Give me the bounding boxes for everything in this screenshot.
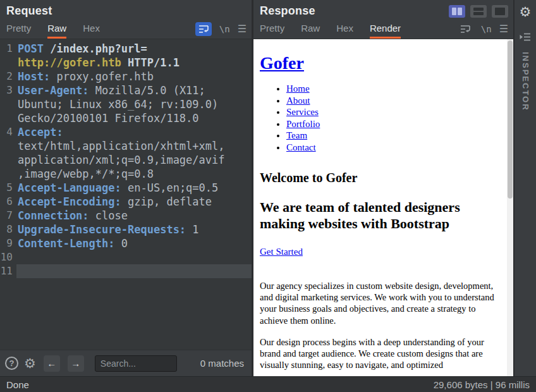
line-number: 6	[0, 195, 16, 209]
tab-raw[interactable]: Raw	[47, 19, 66, 39]
request-search-bar: ? ⚙ ← → 0 matches	[0, 350, 252, 376]
request-editor[interactable]: 1POST /index.php?url=http://gofer.htb HT…	[0, 39, 252, 350]
line-number: 2	[0, 70, 16, 83]
nav-link-about[interactable]: About	[286, 95, 310, 106]
tab-hex[interactable]: Hex	[83, 19, 100, 39]
search-prev-button[interactable]: ←	[44, 355, 60, 372]
request-line: 4Accept: text/html,application/xhtml+xml…	[0, 125, 252, 181]
site-title-link[interactable]: Gofer	[260, 53, 304, 73]
line-number: 8	[0, 223, 16, 236]
request-title: Request	[6, 4, 52, 18]
status-text: Done	[6, 379, 29, 390]
line-number: 10	[0, 250, 16, 264]
line-content[interactable]: Content-Length: 0	[16, 236, 252, 250]
nav-item: Home	[286, 83, 499, 94]
line-content[interactable]: Accept-Encoding: gzip, deflate	[16, 195, 252, 209]
request-editor-tools: \n ☰	[195, 19, 247, 39]
request-tabs: PrettyRawHex	[6, 19, 116, 39]
nav-item: About	[286, 95, 499, 106]
line-number: 9	[0, 236, 16, 250]
tab-pretty[interactable]: Pretty	[260, 19, 284, 39]
response-title: Response	[260, 4, 315, 18]
response-tabs: PrettyRawHexRender	[260, 19, 417, 39]
status-bar: Done 29,606 bytes | 96 millis	[0, 376, 536, 392]
tagline-heading: We are team of talented designers making…	[260, 199, 499, 233]
layout-columns-button[interactable]	[449, 5, 465, 18]
columns-icon	[452, 8, 456, 15]
line-number: 11	[0, 264, 16, 278]
tab-render[interactable]: Render	[370, 19, 401, 39]
nav-item: Services	[286, 107, 499, 118]
newline-visibility-icon[interactable]: \n	[219, 24, 230, 34]
layout-single-button[interactable]	[492, 5, 508, 18]
render-scrollbar[interactable]	[507, 39, 513, 376]
settings-gear-icon[interactable]: ⚙	[520, 5, 532, 18]
line-content[interactable]	[16, 250, 252, 264]
layout-rows-button[interactable]	[470, 5, 487, 18]
search-input[interactable]	[95, 355, 177, 372]
line-content[interactable]: User-Agent: Mozilla/5.0 (X11; Ubuntu; Li…	[16, 83, 252, 125]
newline-visibility-icon[interactable]: \n	[481, 24, 492, 34]
line-number: 1	[0, 42, 16, 70]
nav-link-portfolio[interactable]: Portfolio	[286, 119, 320, 129]
request-line: 11	[0, 264, 252, 278]
line-number: 3	[0, 83, 16, 125]
main-area: Request PrettyRawHex \n ☰	[0, 0, 536, 376]
request-line: 10	[0, 250, 252, 264]
site-title: Gofer	[260, 53, 499, 73]
inspector-expand-icon[interactable]	[520, 32, 531, 42]
nav-link-contact[interactable]: Contact	[286, 142, 316, 152]
line-content[interactable]	[16, 264, 252, 278]
render-paragraph: Our design process begins with a deep un…	[260, 336, 499, 371]
response-menu-icon[interactable]: ☰	[499, 24, 508, 34]
line-content[interactable]: Host: proxy.gofer.htb	[16, 70, 252, 83]
nav-link-services[interactable]: Services	[286, 107, 319, 117]
welcome-heading: Welcome to Gofer	[260, 171, 499, 185]
page-paragraphs: Our agency specializes in custom website…	[260, 280, 499, 371]
line-content[interactable]: Connection: close	[16, 209, 252, 223]
layout-buttons	[449, 5, 508, 18]
render-scrollbar-thumb[interactable]	[508, 40, 513, 199]
response-tabs-row: PrettyRawHexRender \n ☰	[253, 19, 513, 39]
search-settings-gear-icon[interactable]: ⚙	[24, 357, 36, 370]
line-content[interactable]: Accept-Language: en-US,en;q=0.5	[16, 181, 252, 195]
inspector-label[interactable]: INSPECTOR	[521, 52, 530, 111]
request-line: 1POST /index.php?url=http://gofer.htb HT…	[0, 42, 252, 70]
help-icon[interactable]: ?	[5, 357, 18, 370]
request-line: 8Upgrade-Insecure-Requests: 1	[0, 223, 252, 236]
tab-pretty[interactable]: Pretty	[6, 19, 31, 39]
render-view: Gofer HomeAboutServicesPortfolioTeamCont…	[253, 39, 513, 376]
line-content[interactable]: POST /index.php?url=http://gofer.htb HTT…	[16, 42, 252, 70]
search-matches-count: 0 matches	[200, 358, 244, 369]
line-content[interactable]: Upgrade-Insecure-Requests: 1	[16, 223, 252, 236]
request-line: 3User-Agent: Mozilla/5.0 (X11; Ubuntu; L…	[0, 83, 252, 125]
request-header: Request	[0, 0, 252, 19]
tab-raw[interactable]: Raw	[301, 19, 320, 39]
get-started-link[interactable]: Get Started	[260, 247, 303, 257]
burp-repeater-window: Request PrettyRawHex \n ☰	[0, 0, 536, 392]
word-wrap-toggle-icon[interactable]	[195, 22, 212, 36]
nav-item: Team	[286, 130, 499, 141]
response-header: Response	[253, 0, 513, 19]
response-editor-tools: \n ☰	[457, 19, 508, 39]
word-wrap-toggle-icon[interactable]	[457, 22, 473, 36]
single-pane-icon	[495, 8, 505, 15]
render-paragraph: Our agency specializes in custom website…	[260, 280, 499, 326]
request-panel: Request PrettyRawHex \n ☰	[0, 0, 253, 376]
inspector-sidebar: ⚙ INSPECTOR	[515, 0, 536, 376]
nav-link-home[interactable]: Home	[286, 83, 310, 94]
line-content[interactable]: Accept: text/html,application/xhtml+xml,…	[16, 125, 252, 181]
line-number: 7	[0, 209, 16, 223]
request-line: 9Content-Length: 0	[0, 236, 252, 250]
rows-icon	[473, 8, 484, 15]
request-line: 7Connection: close	[0, 209, 252, 223]
nav-link-team[interactable]: Team	[286, 130, 307, 140]
line-number: 4	[0, 125, 16, 181]
request-menu-icon[interactable]: ☰	[238, 24, 247, 34]
search-next-button[interactable]: →	[68, 355, 84, 372]
nav-item: Contact	[286, 142, 499, 153]
response-stats: 29,606 bytes | 96 millis	[434, 379, 530, 390]
tab-hex[interactable]: Hex	[336, 19, 353, 39]
response-panel: Response PrettyRawHexRender	[253, 0, 515, 376]
line-number: 5	[0, 181, 16, 195]
